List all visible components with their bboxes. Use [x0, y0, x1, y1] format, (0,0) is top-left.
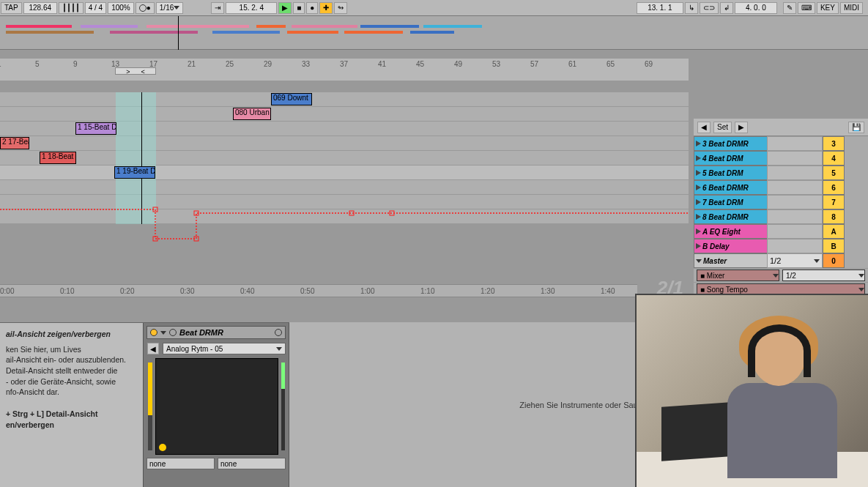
master-solo-cell[interactable]: 0: [823, 253, 845, 268]
xy-handle[interactable]: [159, 444, 166, 451]
xy-pad[interactable]: [155, 358, 278, 455]
bar-label: 61: [568, 60, 576, 68]
clip[interactable]: 1 19-Beat D: [114, 166, 155, 179]
track-solo-button[interactable]: 5: [823, 166, 845, 180]
track-lane[interactable]: [0, 92, 689, 107]
overview-clip[interactable]: [110, 31, 198, 34]
bar-ruler[interactable]: 159131721252933374145495357616569: [0, 59, 689, 81]
nav-next-icon[interactable]: ▶: [735, 122, 748, 133]
punch-in-icon[interactable]: ↳: [685, 2, 698, 14]
track-solo-button[interactable]: B: [823, 239, 845, 253]
arrangement-overview[interactable]: [0, 16, 868, 50]
loop-length-field[interactable]: 4. 0. 0: [735, 2, 777, 14]
device-show-icon[interactable]: [169, 329, 177, 336]
overview-playhead: [178, 16, 179, 50]
stop-button[interactable]: ■: [293, 2, 305, 14]
overview-clip[interactable]: [146, 25, 249, 28]
track-header[interactable]: 3 Beat DRMR3: [694, 136, 868, 151]
track-lane[interactable]: [0, 107, 689, 122]
track-name-label: 8 Beat DRMR: [702, 213, 749, 221]
track-header[interactable]: 6 Beat DRMR6: [694, 180, 868, 195]
overview-clip[interactable]: [292, 25, 357, 28]
loop-switch[interactable]: ⊂⊃: [700, 2, 719, 14]
zoom-field[interactable]: 100%: [108, 2, 134, 14]
device-fold-icon[interactable]: [160, 331, 166, 335]
overview-clip[interactable]: [81, 25, 138, 28]
loop-toggle[interactable]: ↬: [334, 2, 347, 14]
track-lane[interactable]: [0, 166, 689, 180]
back-to-arrangement-icon[interactable]: ◀: [697, 122, 711, 133]
device-activator-icon[interactable]: [150, 329, 157, 336]
track-launch-icon[interactable]: [696, 228, 701, 234]
info-panel: ail-Ansicht zeigen/verbergen ken Sie hie…: [0, 323, 143, 487]
overview-clip[interactable]: [256, 25, 286, 28]
mixer-route-select[interactable]: 1/2: [782, 269, 865, 281]
bar-label: 33: [302, 60, 310, 68]
track-header[interactable]: 8 Beat DRMR8: [694, 209, 868, 224]
master-route-select[interactable]: 1/2: [767, 253, 823, 268]
track-lane[interactable]: [0, 151, 689, 166]
track-header[interactable]: 5 Beat DRM5: [694, 166, 868, 180]
track-lane[interactable]: [0, 136, 689, 151]
track-header[interactable]: 4 Beat DRM4: [694, 151, 868, 166]
metronome-4tick-icon[interactable]: ┃┃┃┃: [59, 2, 84, 14]
metronome-button[interactable]: ●: [136, 2, 155, 14]
track-launch-icon[interactable]: [696, 214, 701, 220]
track-solo-button[interactable]: 6: [823, 180, 845, 195]
quantize-field[interactable]: 1/16: [156, 2, 183, 14]
track-header[interactable]: B DelayB: [694, 239, 868, 253]
draw-mode-icon[interactable]: ✎: [783, 2, 796, 14]
overview-clip[interactable]: [344, 31, 403, 34]
track-solo-button[interactable]: 7: [823, 195, 845, 209]
track-solo-button[interactable]: A: [823, 224, 845, 239]
mixer-select[interactable]: ■ Mixer: [697, 269, 779, 281]
save-set-icon[interactable]: 💾: [848, 122, 864, 133]
clip[interactable]: 080 Urban: [233, 108, 271, 120]
keyboard-icon[interactable]: ⌨: [798, 2, 815, 14]
track-solo-button[interactable]: 3: [823, 136, 845, 151]
track-solo-button[interactable]: 4: [823, 151, 845, 166]
record-button[interactable]: ●: [306, 2, 318, 14]
overview-clip[interactable]: [6, 31, 94, 34]
tempo-field[interactable]: 128.64: [23, 2, 57, 14]
time-ruler[interactable]: 0:000:100:200:300:400:501:001:101:201:30…: [0, 284, 637, 297]
follow-button[interactable]: ⇥: [211, 2, 224, 14]
overdub-button[interactable]: ✚: [319, 2, 333, 14]
loop-start-field[interactable]: 13. 1. 1: [637, 2, 683, 14]
track-header[interactable]: A EQ EightA: [694, 224, 868, 239]
clip[interactable]: 1 15-Beat D: [75, 122, 116, 135]
overview-clip[interactable]: [212, 31, 280, 34]
track-header[interactable]: 7 Beat DRM7: [694, 195, 868, 209]
automation-lane[interactable]: [0, 180, 689, 253]
overview-clip[interactable]: [360, 25, 419, 28]
position-field[interactable]: 15. 2. 4: [226, 2, 277, 14]
loop-brace[interactable]: > <: [115, 67, 156, 75]
overview-clip[interactable]: [423, 25, 482, 28]
punch-out-icon[interactable]: ↲: [720, 2, 733, 14]
set-button[interactable]: Set: [713, 122, 732, 133]
track-solo-button[interactable]: 8: [823, 209, 845, 224]
play-button[interactable]: ▶: [278, 2, 292, 14]
overview-clip[interactable]: [6, 25, 72, 28]
clip[interactable]: 1 18-Beat D: [40, 152, 76, 164]
device-save-icon[interactable]: [275, 329, 282, 336]
clip[interactable]: 069 Downt: [271, 93, 312, 105]
macro-slot-2[interactable]: none: [218, 458, 286, 469]
track-launch-icon[interactable]: [696, 243, 701, 249]
track-name-label: 7 Beat DRM: [702, 198, 743, 207]
track-launch-icon[interactable]: [696, 141, 701, 146]
midi-map-button[interactable]: MIDI: [840, 2, 863, 14]
track-launch-icon[interactable]: [696, 185, 701, 190]
timesig-field[interactable]: 4 / 4: [85, 2, 106, 14]
macro-slot-1[interactable]: none: [146, 458, 215, 469]
overview-clip[interactable]: [287, 31, 338, 34]
track-launch-icon[interactable]: [696, 199, 701, 205]
key-map-button[interactable]: KEY: [817, 2, 839, 14]
track-launch-icon[interactable]: [696, 155, 701, 161]
overview-clip[interactable]: [410, 31, 454, 34]
track-launch-icon[interactable]: [696, 170, 701, 176]
clip[interactable]: 2 17-Beat: [0, 137, 29, 149]
preset-select[interactable]: Analog Rytm - 05: [163, 343, 286, 354]
tap-button[interactable]: TAP: [1, 2, 22, 14]
preset-prev-icon[interactable]: ◀: [147, 343, 159, 354]
